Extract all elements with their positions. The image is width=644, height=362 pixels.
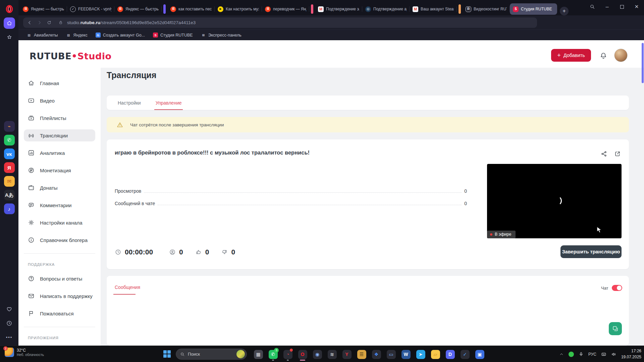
page-icon: ▤ [66, 33, 71, 38]
sidebar-item-monetization[interactable]: Монетизация [24, 164, 95, 176]
sidebar-item-analytics[interactable]: Аналитика [24, 147, 95, 159]
maximize-button[interactable] [614, 0, 629, 13]
taskbar-app-word[interactable]: W [398, 348, 413, 361]
bookmark-item[interactable]: ▤Яндекс [66, 33, 88, 38]
taskbar-app-notes[interactable]: ▣ [472, 348, 487, 361]
sidebar-item-faq[interactable]: Вопросы и ответы [24, 273, 95, 285]
minimize-button[interactable]: ─ [600, 0, 614, 13]
yandex-icon[interactable]: Я [4, 162, 15, 173]
touch-keyboard-icon[interactable] [601, 352, 606, 357]
taskbar-app-opera[interactable]: O [295, 348, 310, 361]
sidebar-item-comments[interactable]: Комментарии [24, 199, 95, 211]
back-icon[interactable] [27, 20, 32, 25]
browser-tab[interactable]: ✓FEEDBACK - vpnly [67, 3, 114, 15]
start-button[interactable] [163, 350, 171, 358]
taskbar-app-photos[interactable]: ▦ [251, 348, 266, 361]
vk-icon[interactable]: ᴠᴋ [4, 148, 15, 159]
weather-widget[interactable]: 3 32°C Неб. облачность [5, 348, 44, 357]
browser-tab[interactable]: MВаш аккаунт Steam: [410, 3, 457, 15]
sidebar-item-playlists[interactable]: Плейлисты [24, 112, 95, 124]
whatsapp-icon[interactable]: ✆ [4, 135, 15, 145]
taskbar-app-display-app[interactable]: ▭ [384, 348, 398, 361]
thumbs-down-icon[interactable] [221, 249, 228, 255]
taskbar-app-yandex-browser[interactable]: Y [339, 348, 354, 361]
taskbar-app-whatsapp[interactable]: ✆3 [266, 348, 280, 361]
browser-tab[interactable]: Япереводчик — Янд [262, 3, 309, 15]
yandex-browser-icon: Y [342, 350, 352, 359]
reload-icon[interactable] [47, 20, 52, 25]
tray-chevron-up-icon[interactable] [559, 352, 564, 357]
more-options-icon[interactable]: ••• [4, 331, 15, 343]
sidebar-item-streams[interactable]: Трансляции [24, 129, 95, 141]
taskbar-app-updates[interactable]: ✓ [458, 348, 472, 361]
rutube-studio-logo[interactable]: RUTUBE•Studio [30, 51, 112, 61]
search-highlight-image[interactable] [236, 350, 245, 358]
taskbar-app-folder[interactable]: ▱ [428, 348, 443, 361]
browser-app-icon[interactable]: ⌁ [4, 121, 15, 132]
tab-search-icon[interactable] [585, 0, 600, 13]
taskbar-app-telegram[interactable]: ➤ [413, 348, 428, 361]
browser-tab[interactable]: RВидеохостинг RUTU [463, 3, 510, 15]
antivirus-icon[interactable] [569, 352, 574, 357]
bookmark-item[interactable]: SСтудия RUTUBE [153, 33, 193, 38]
add-button[interactable]: + Добавить [551, 49, 591, 62]
address-bar[interactable]: studio.rutube.ru/stream/050b6196d9e85e2e… [23, 17, 537, 28]
history-clock-icon[interactable] [4, 317, 15, 329]
end-stream-button[interactable]: Завершить трансляцию [560, 245, 622, 258]
home-tab-icon[interactable] [4, 17, 15, 29]
page-scrollbar-thumb[interactable] [642, 43, 644, 83]
browser-tab[interactable]: ЯЯндекс — быстрый [114, 3, 162, 15]
stream-video-preview[interactable]: В эфире [487, 164, 622, 238]
taskbar-app-camera-app[interactable]: ◉ [310, 348, 325, 361]
bookmark-item[interactable]: ▤Авиабилеты [26, 33, 58, 38]
taskbar-app-files-amber[interactable]: ☰ [354, 348, 369, 361]
browser-tab[interactable]: ◎Подтверждение ад [362, 3, 410, 15]
tab-group-bar[interactable] [163, 4, 166, 14]
opera-menu-icon[interactable] [4, 3, 15, 15]
browser-tab[interactable]: Якак поставить песн [167, 3, 215, 15]
clock-widget[interactable]: 17:26 19.07.2025 [621, 348, 641, 360]
sidebar-item-donations[interactable]: Донаты [24, 182, 95, 194]
translator-icon[interactable]: Аあ [4, 190, 15, 200]
taskbar-app-opera-gx[interactable]: ◔ [280, 348, 295, 361]
tab-group-bar[interactable] [459, 4, 461, 14]
chat-toggle[interactable] [612, 285, 622, 291]
sidebar-item-home[interactable]: Главная [24, 77, 95, 89]
external-link-icon[interactable] [614, 150, 621, 158]
yandex-mail-icon[interactable]: ✉ [4, 176, 15, 187]
notifications-bell-icon[interactable] [599, 52, 607, 60]
sidebar-item-channel-settings[interactable]: Настройки канала [24, 217, 95, 229]
sidebar-item-video[interactable]: Видео [24, 95, 95, 107]
bookmark-item[interactable]: ⊞Экспресс-панель [201, 33, 241, 38]
browser-tab[interactable]: MПодтверждение эл [315, 3, 362, 15]
bookmarks-star-icon[interactable] [4, 32, 15, 43]
bookmarks-bar: ▤Авиабилеты▤ЯндексGСоздать аккаунт Go...… [18, 29, 644, 40]
bookmark-item[interactable]: GСоздать аккаунт Go... [96, 33, 145, 38]
browser-tab[interactable]: SСтудия RUTUBE [510, 3, 557, 15]
sidebar-item-contact-support[interactable]: Написать в поддержку [24, 290, 95, 302]
microphone-icon[interactable] [579, 352, 584, 357]
forward-icon[interactable] [37, 20, 42, 25]
browser-tab[interactable]: ЯЯндекс — быстрый [20, 3, 67, 15]
volume-icon[interactable] [611, 352, 616, 357]
sidebar-item-blogger-guide[interactable]: Справочник блогера [24, 234, 95, 246]
taskbar-app-security[interactable]: ❖ [369, 348, 384, 361]
browser-tab[interactable]: ▶Как настроить музы [215, 3, 262, 15]
close-button[interactable]: ✕ [629, 0, 644, 13]
taskbar-app-design-app[interactable]: ≋ [325, 348, 339, 361]
music-icon[interactable]: ♪ [4, 203, 15, 214]
share-icon[interactable] [600, 150, 608, 158]
tab-group-bar[interactable] [311, 4, 313, 14]
thumbs-up-icon[interactable] [195, 249, 202, 255]
miniplayer-float-button[interactable] [609, 322, 622, 335]
sidebar-item-report[interactable]: Пожаловаться [24, 307, 95, 319]
tab-messages[interactable]: Сообщения [115, 285, 140, 290]
favorites-heart-icon[interactable] [4, 303, 15, 315]
taskbar-search[interactable]: Поиск [176, 349, 247, 360]
new-tab-button[interactable]: + [560, 7, 569, 15]
taskbar-app-discord[interactable]: D [443, 348, 458, 361]
language-indicator[interactable]: РУС [588, 352, 596, 357]
tab-control[interactable]: Управление [156, 96, 182, 110]
tab-settings[interactable]: Настройки [118, 96, 141, 110]
avatar[interactable] [614, 49, 628, 62]
